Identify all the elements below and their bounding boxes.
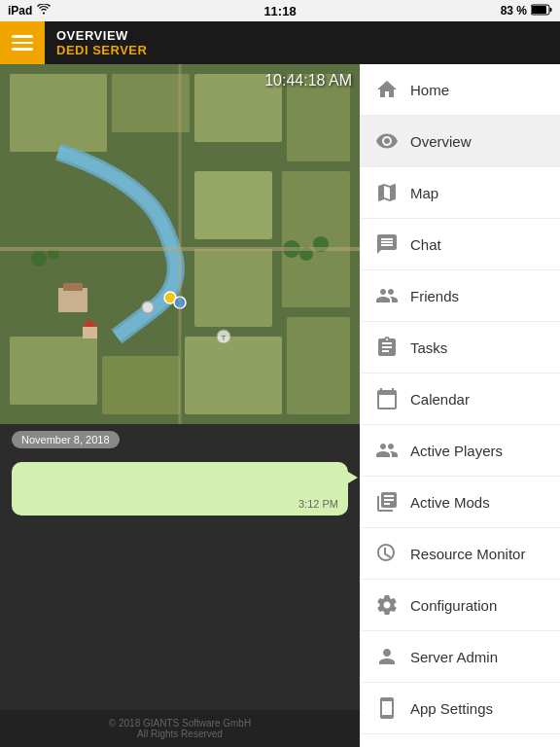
sidebar-item-map[interactable]: Map — [360, 167, 560, 219]
battery-label: 83 % — [501, 4, 527, 18]
sidebar-item-configuration[interactable]: Configuration — [360, 580, 560, 631]
sidebar-label-map: Map — [410, 185, 438, 201]
app-header: OVERVIEW DEDI SERVER — [0, 21, 560, 64]
sidebar-label-friends: Friends — [410, 288, 459, 304]
sidebar-label-calendar: Calendar — [410, 391, 470, 408]
header-titles: OVERVIEW DEDI SERVER — [45, 28, 560, 57]
sidebar-label-configuration: Configuration — [410, 597, 497, 614]
sidebar-label-active-mods: Active Mods — [410, 494, 490, 511]
sidebar-item-server-admin[interactable]: Server Admin — [360, 631, 560, 683]
svg-text:T: T — [222, 334, 227, 342]
svg-rect-9 — [102, 356, 180, 414]
sidebar-item-tasks[interactable]: Tasks — [360, 322, 560, 374]
svg-rect-10 — [185, 337, 282, 414]
active-mods-icon — [373, 488, 401, 516]
sidebar-item-calendar[interactable]: Calendar — [360, 374, 560, 425]
status-left: iPad — [8, 4, 51, 18]
header-server: DEDI SERVER — [56, 43, 560, 57]
sidebar-label-overview: Overview — [410, 133, 472, 150]
hamburger-line-1 — [12, 35, 33, 38]
chat-bubble: 3:12 PM — [12, 462, 348, 516]
sidebar-label-tasks: Tasks — [410, 339, 447, 356]
svg-rect-12 — [194, 171, 272, 239]
sidebar: Home Overview Map Chat — [360, 64, 560, 747]
hamburger-line-3 — [12, 48, 33, 51]
sidebar-label-app-settings: App Settings — [410, 700, 493, 717]
svg-rect-15 — [58, 288, 88, 312]
map-image: T — [0, 64, 360, 424]
sidebar-label-resource-monitor: Resource Monitor — [410, 546, 525, 562]
date-pill: November 8, 2018 — [12, 431, 120, 448]
svg-rect-4 — [10, 74, 107, 152]
sidebar-item-overview[interactable]: Overview — [360, 116, 560, 167]
svg-rect-27 — [83, 327, 97, 338]
app-footer: © 2018 GIANTS Software GmbH All Rights R… — [0, 710, 360, 747]
map-container[interactable]: 10:44:18 AM — [0, 64, 360, 424]
map-timestamp: 10:44:18 AM — [264, 72, 352, 89]
status-time: 11:18 — [263, 4, 296, 18]
svg-rect-1 — [532, 6, 546, 14]
svg-rect-16 — [63, 283, 83, 291]
chat-area[interactable]: 3:12 PM — [0, 454, 360, 747]
chat-icon — [373, 231, 401, 258]
sidebar-label-chat: Chat — [410, 236, 441, 253]
footer-line2: All Rights Reserved — [8, 729, 352, 739]
home-icon — [373, 76, 401, 103]
left-content: 10:44:18 AM — [0, 64, 360, 747]
configuration-icon — [373, 591, 401, 619]
svg-rect-13 — [194, 249, 272, 327]
header-overview: OVERVIEW — [56, 28, 560, 43]
friends-icon — [373, 282, 401, 309]
sidebar-item-home[interactable]: Home — [360, 64, 560, 116]
sidebar-label-home: Home — [410, 82, 449, 98]
svg-point-17 — [31, 251, 47, 267]
chat-time: 3:12 PM — [298, 498, 338, 510]
sidebar-label-server-admin: Server Admin — [410, 649, 498, 665]
sidebar-item-buy-game[interactable]: Buy Game Now — [360, 734, 560, 747]
wifi-icon — [37, 4, 51, 18]
sidebar-item-friends[interactable]: Friends — [360, 270, 560, 322]
svg-point-24 — [142, 302, 154, 313]
date-bar: November 8, 2018 — [0, 424, 360, 454]
overview-icon — [373, 127, 401, 155]
tasks-icon — [373, 334, 401, 361]
sidebar-item-resource-monitor[interactable]: Resource Monitor — [360, 528, 560, 580]
svg-rect-11 — [287, 317, 350, 414]
sidebar-item-chat[interactable]: Chat — [360, 219, 560, 270]
hamburger-button[interactable] — [0, 21, 45, 64]
sidebar-item-active-players[interactable]: Active Players — [360, 425, 560, 477]
server-admin-icon — [373, 643, 401, 670]
status-right: 83 % — [501, 4, 552, 18]
svg-rect-2 — [550, 8, 552, 12]
calendar-icon — [373, 385, 401, 412]
hamburger-line-2 — [12, 42, 33, 45]
svg-rect-8 — [10, 337, 97, 405]
footer-line1: © 2018 GIANTS Software GmbH — [8, 718, 352, 729]
main-layout: 10:44:18 AM — [0, 64, 560, 747]
active-players-icon — [373, 437, 401, 464]
map-icon — [373, 179, 401, 206]
sidebar-item-active-mods[interactable]: Active Mods — [360, 477, 560, 528]
status-bar: iPad 11:18 83 % — [0, 0, 560, 21]
sidebar-item-app-settings[interactable]: App Settings — [360, 683, 560, 734]
app-settings-icon — [373, 694, 401, 722]
carrier-label: iPad — [8, 4, 32, 18]
battery-icon — [531, 4, 552, 18]
sidebar-label-active-players: Active Players — [410, 443, 503, 459]
resource-monitor-icon — [373, 540, 401, 567]
svg-rect-5 — [112, 74, 190, 132]
